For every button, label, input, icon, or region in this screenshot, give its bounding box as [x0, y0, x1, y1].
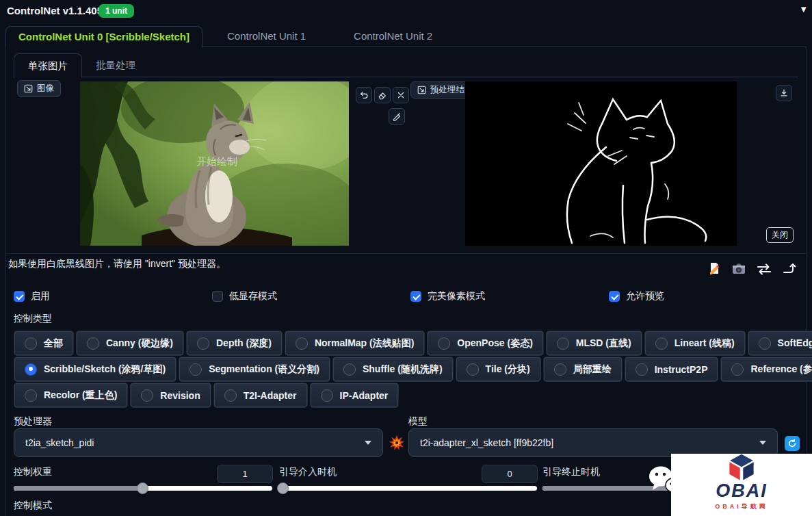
chip-label: MLSD (直线): [576, 337, 631, 350]
radio-icon[interactable]: [438, 337, 450, 350]
section-divider: [5, 253, 807, 254]
explosion-icon: [389, 435, 405, 451]
guidance-start-slider[interactable]: [279, 486, 537, 491]
checkbox-enable[interactable]: 启用: [14, 290, 50, 302]
guidance-start-label: 引导介入时机: [279, 466, 337, 478]
source-image[interactable]: 开始绘制: [80, 81, 349, 246]
control-type-depth[interactable]: Depth (深度): [186, 331, 283, 356]
radio-icon[interactable]: [141, 389, 153, 402]
guidance-start-slider-handle[interactable]: [277, 482, 289, 494]
control-type-ip-adapter[interactable]: IP-Adapter: [310, 383, 400, 408]
preprocessor-preview-image: [465, 81, 737, 246]
chip-label: Canny (硬边缘): [106, 337, 173, 350]
undo-button[interactable]: [356, 87, 372, 103]
radio-icon[interactable]: [25, 337, 37, 350]
tab-unit-0[interactable]: ControlNet Unit 0 [Scribble/Sketch]: [5, 26, 202, 48]
chip-label: SoftEdge (软边缘): [778, 337, 812, 350]
control-type-label: 控制类型: [14, 313, 52, 325]
control-type-softedge[interactable]: SoftEdge (软边缘): [748, 331, 812, 356]
swap-images-icon[interactable]: [756, 261, 772, 276]
tab-batch[interactable]: 批量处理: [82, 53, 149, 77]
radio-icon[interactable]: [636, 363, 648, 376]
close-preview-button[interactable]: 关闭: [766, 227, 794, 243]
invert-hint-text: 如果使用白底黑线图片，请使用 "invert" 预处理器。: [8, 258, 226, 270]
clear-sketch-button[interactable]: [374, 87, 391, 103]
tab-unit-2[interactable]: ControlNet Unit 2: [341, 26, 445, 47]
radio-selected-icon[interactable]: [25, 363, 37, 376]
radio-icon[interactable]: [87, 337, 99, 350]
control-type-lineart[interactable]: Lineart (线稿): [644, 331, 746, 356]
checkbox-lowvram-box[interactable]: [212, 291, 223, 302]
model-dropdown[interactable]: t2i-adapter_xl_sketch [ff9b22fb]: [408, 428, 778, 457]
webcam-icon[interactable]: [731, 261, 746, 276]
guidance-start-number-input[interactable]: 0: [482, 465, 538, 483]
control-type-instructp2p[interactable]: InstructP2P: [625, 357, 719, 382]
control-type-t2i-adapter[interactable]: T2I-Adapter: [213, 383, 308, 408]
control-type-canny[interactable]: Canny (硬边缘): [76, 331, 184, 356]
chip-label: NormalMap (法线贴图): [315, 337, 414, 350]
control-type-revision[interactable]: Revision: [130, 383, 211, 408]
control-type-openpose[interactable]: OpenPose (姿态): [427, 331, 543, 356]
run-preprocessor-button[interactable]: [389, 435, 405, 451]
control-type-all[interactable]: 全部: [14, 331, 74, 356]
pencil-icon: [392, 112, 402, 121]
control-type-segmentation[interactable]: Segmentation (语义分割): [179, 357, 330, 382]
radio-icon[interactable]: [731, 363, 744, 376]
radio-icon[interactable]: [189, 363, 202, 376]
control-type-normalmap[interactable]: NormalMap (法线贴图): [285, 331, 425, 356]
control-type-row-1: 全部 Canny (硬边缘) Depth (深度) NormalMap (法线贴…: [14, 331, 812, 356]
unit-tabbar: ControlNet Unit 0 [Scribble/Sketch] Cont…: [5, 26, 807, 47]
control-type-shuffle[interactable]: Shuffle (随机洗牌): [332, 357, 454, 382]
chip-label: Shuffle (随机洗牌): [363, 363, 443, 376]
tab-single-image[interactable]: 单张图片: [14, 53, 82, 78]
radio-icon[interactable]: [655, 337, 668, 350]
checkbox-lowvram[interactable]: 低显存模式: [212, 290, 277, 302]
control-type-mlsd[interactable]: MLSD (直线): [546, 331, 642, 356]
chip-label: Depth (深度): [216, 337, 272, 350]
chip-label: InstructP2P: [655, 364, 708, 375]
control-type-row-2: Scribble/Sketch (涂鸦/草图) Segmentation (语义…: [14, 357, 812, 382]
control-type-reference[interactable]: Reference (参考): [720, 357, 812, 382]
send-dimensions-icon[interactable]: [707, 261, 722, 276]
tab-unit-1[interactable]: ControlNet Unit 1: [215, 26, 318, 47]
radio-icon[interactable]: [224, 389, 237, 402]
checkbox-allow-preview[interactable]: 允许预览: [609, 290, 664, 302]
radio-icon[interactable]: [554, 363, 566, 376]
radio-icon[interactable]: [343, 363, 356, 376]
control-type-scribble-sketch[interactable]: Scribble/Sketch (涂鸦/草图): [14, 357, 176, 382]
checkbox-pixel-perfect-label: 完美像素模式: [428, 290, 485, 302]
collapse-accordion-icon[interactable]: ▼: [799, 4, 808, 14]
radio-icon[interactable]: [467, 363, 479, 376]
remove-image-button[interactable]: [393, 87, 409, 103]
control-type-tile[interactable]: Tile (分块): [456, 357, 541, 382]
preprocessor-dropdown[interactable]: t2ia_sketch_pidi: [14, 428, 383, 457]
refresh-models-button[interactable]: [785, 436, 800, 451]
checkbox-lowvram-label: 低显存模式: [229, 290, 277, 302]
preprocessor-label: 预处理器: [14, 415, 52, 428]
preview-image-icon: [417, 86, 426, 94]
unit-count-badge: 1 unit: [99, 4, 134, 18]
eraser-icon: [378, 90, 387, 100]
send-to-dimensions-arrow-icon[interactable]: [782, 261, 797, 276]
radio-icon[interactable]: [296, 337, 308, 350]
preprocessor-value: t2ia_sketch_pidi: [25, 437, 94, 448]
weight-slider-handle[interactable]: [137, 482, 148, 494]
radio-icon[interactable]: [25, 389, 37, 402]
checkbox-enable-label: 启用: [31, 290, 50, 302]
checkbox-allow-preview-box[interactable]: [609, 291, 620, 302]
control-type-inpaint[interactable]: 局部重绘: [543, 357, 623, 382]
checkbox-pixel-perfect[interactable]: 完美像素模式: [410, 290, 485, 302]
model-value: t2i-adapter_xl_sketch [ff9b22fb]: [420, 437, 553, 448]
control-type-recolor[interactable]: Recolor (重上色): [14, 383, 128, 408]
download-preview-button[interactable]: [776, 85, 792, 101]
weight-number-input[interactable]: 1: [217, 465, 273, 483]
sketch-pencil-button[interactable]: [389, 108, 405, 125]
radio-icon[interactable]: [321, 389, 333, 402]
checkbox-enable-box[interactable]: [14, 291, 25, 302]
radio-icon[interactable]: [759, 337, 771, 350]
chip-label: Recolor (重上色): [44, 389, 117, 402]
radio-icon[interactable]: [557, 337, 569, 350]
chevron-down-icon: [759, 441, 766, 445]
checkbox-pixel-perfect-box[interactable]: [410, 291, 421, 302]
radio-icon[interactable]: [197, 337, 209, 350]
